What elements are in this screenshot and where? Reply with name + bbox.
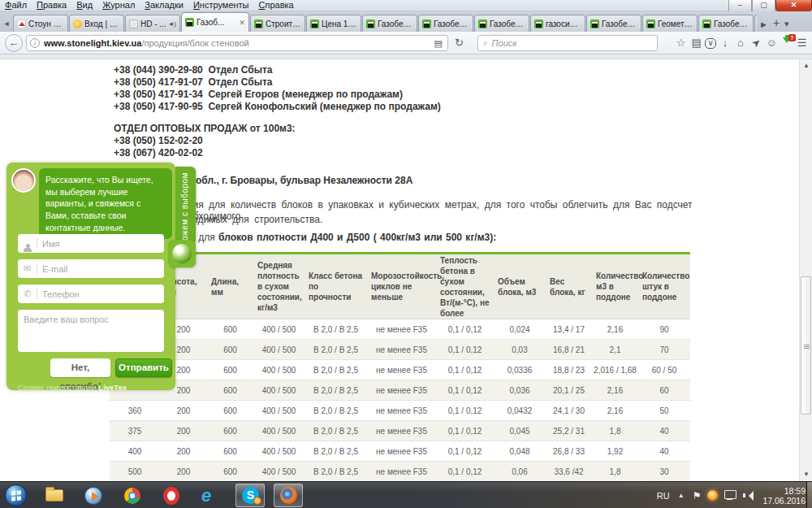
volume-icon[interactable] xyxy=(743,490,754,501)
browser-tab-6[interactable]: Газобето... xyxy=(362,15,417,32)
reader-mode-icon[interactable]: ▤ xyxy=(434,38,443,49)
tab-scroll-left-icon[interactable]: ◄ xyxy=(0,15,13,32)
taskbar-chrome-icon[interactable] xyxy=(123,486,142,506)
table-cell: 40 xyxy=(638,441,690,461)
page-scrollbar[interactable]: ▲ ▼ xyxy=(799,59,812,481)
minimize-button[interactable]: – xyxy=(728,0,752,12)
table-cell: 400 / 500 xyxy=(253,421,304,441)
browser-tab-0[interactable]: Стоун Ла... xyxy=(13,15,68,32)
browser-tab-10[interactable]: Газобето... xyxy=(586,15,641,32)
question-textarea[interactable]: Введите ваш вопрос xyxy=(18,310,164,352)
block-favicon-icon xyxy=(185,18,194,27)
browser-tab-4[interactable]: Строите... xyxy=(250,15,305,32)
tab-strip: Стоун Ла...Вход | АС...HD - ...◄)Газоб..… xyxy=(13,11,757,32)
downloads-icon[interactable]: ↓ xyxy=(718,34,732,52)
list-tabs-button[interactable]: ▾ xyxy=(784,19,789,29)
update-download-icon[interactable]: ? xyxy=(780,37,793,50)
taskbar-explorer-icon[interactable] xyxy=(45,486,64,506)
reload-button[interactable]: ↻ xyxy=(455,37,464,50)
menu-журнал[interactable]: Журнал xyxy=(102,0,135,10)
language-indicator[interactable]: RU xyxy=(657,491,670,501)
bookmarks-menu-icon[interactable]: ▤ xyxy=(689,34,703,52)
table-cell: 2,16 xyxy=(592,401,638,420)
search-icon: ⌕ xyxy=(483,38,488,48)
scroll-down-arrow[interactable]: ▼ xyxy=(800,468,812,481)
tab-title: HD - ... xyxy=(140,20,166,28)
phone-field[interactable]: ✆ Телефон xyxy=(18,284,164,303)
chat-smiley-icon[interactable]: ☺ xyxy=(765,34,779,52)
decline-button[interactable]: Нет, спасибо! xyxy=(50,358,110,377)
browser-tab-9[interactable]: газосили... xyxy=(530,15,585,32)
scroll-up-arrow[interactable]: ▲ xyxy=(800,59,812,72)
email-field[interactable]: ✉ E-mail xyxy=(18,259,164,278)
column-header-2: Длина, мм xyxy=(207,254,253,319)
send-button[interactable]: Отправить xyxy=(115,358,172,377)
blocks-spec-table: Высота, ммДлина, ммСредняя плотность в с… xyxy=(110,252,690,481)
browser-tab-8[interactable]: Газобето... xyxy=(474,15,529,32)
taskbar-opera-icon[interactable] xyxy=(162,486,181,506)
navigation-toolbar: ← i www.stonelight.kiev.ua/продукция/бло… xyxy=(0,32,812,54)
address-line: кая обл., г. Бровары, бульвар Незалежнос… xyxy=(177,175,412,186)
table-cell: 30 xyxy=(638,462,690,481)
livetex-ball-icon[interactable] xyxy=(168,240,196,267)
action-center-flag-icon[interactable]: ⚑ xyxy=(693,490,702,501)
menu-правка[interactable]: Правка xyxy=(37,0,67,10)
table-row-7: 500200600400 / 500В 2,0 / В 2,5не менее … xyxy=(110,462,690,481)
chat-side-tab[interactable]: Поможем с выбором xyxy=(175,167,196,245)
bookmark-star-icon[interactable]: ☆ xyxy=(674,34,688,52)
browser-tab-11[interactable]: Геометр... xyxy=(642,15,698,32)
browser-tab-7[interactable]: Газобето... xyxy=(418,15,473,32)
tray-expand-icon[interactable]: ▲ xyxy=(678,492,685,499)
table-cell: В 2,0 / В 2,5 xyxy=(304,441,367,461)
table-cell: 600 xyxy=(207,380,253,400)
close-button[interactable]: ✕ xyxy=(775,0,812,12)
clock[interactable]: 18:59 17.06.2016 xyxy=(762,486,806,506)
tray-app-icon[interactable] xyxy=(707,490,718,501)
block-favicon-icon xyxy=(646,20,655,28)
skype-notification-badge xyxy=(253,497,261,505)
search-bar[interactable]: ⌕ Поиск xyxy=(477,35,658,51)
browser-tab-12[interactable]: Газобето... xyxy=(698,15,754,32)
menu-вид[interactable]: Вид xyxy=(76,0,93,10)
site-info-icon[interactable]: i xyxy=(30,38,40,48)
table-row-2: 200600400 / 500В 2,0 / В 2,5не менее F35… xyxy=(110,360,690,380)
menu-инструменты[interactable]: Инструменты xyxy=(193,0,249,10)
tab-audio-icon[interactable]: ◄) xyxy=(167,20,176,28)
table-cell: 400 / 500 xyxy=(253,319,304,339)
back-button[interactable]: ← xyxy=(5,34,23,52)
start-button[interactable] xyxy=(5,484,27,506)
network-icon[interactable] xyxy=(724,490,736,501)
hamburger-menu-icon[interactable]: ☰ xyxy=(795,34,809,52)
home-icon[interactable]: ⌂ xyxy=(734,34,748,52)
menu-справка[interactable]: Справка xyxy=(259,0,294,10)
table-cell: 1,8 xyxy=(592,421,638,441)
table-cell: 0,0336 xyxy=(494,360,546,380)
browser-tab-3[interactable]: Газоб...✕ xyxy=(181,12,249,32)
pocket-icon[interactable]: ∨ xyxy=(705,38,716,49)
windows-flag-icon xyxy=(11,490,21,501)
taskbar-skype-button[interactable]: S xyxy=(235,484,265,507)
menu-закладки[interactable]: Закладки xyxy=(145,0,184,10)
browser-tab-1[interactable]: Вход | АС... xyxy=(69,15,124,32)
taskbar-ie-icon[interactable]: e xyxy=(201,486,220,506)
browser-tab-13[interactable]: MГ xyxy=(754,15,757,32)
name-field[interactable]: Имя xyxy=(18,234,164,253)
address-bar[interactable]: i www.stonelight.kiev.ua/продукция/блок … xyxy=(26,35,448,51)
contact-phones-block: +38 (044) 390-29-80 Отдел Сбыта+38 (050)… xyxy=(114,64,441,159)
show-desktop-button[interactable] xyxy=(806,482,812,508)
browser-tab-2[interactable]: HD - ...◄) xyxy=(125,15,180,32)
taskbar-firefox-button[interactable] xyxy=(274,484,303,507)
table-cell: 0,045 xyxy=(494,421,546,441)
tab-close-icon[interactable]: ✕ xyxy=(239,19,245,27)
wholesale-phone-1: +38 (067) 420-02-02 xyxy=(114,147,441,159)
table-cell: В 2,0 / В 2,5 xyxy=(304,401,367,420)
desktop-screen: ФайлПравкаВидЖурналЗакладкиИнструментыСп… xyxy=(0,0,812,508)
tab-scroll-right-icon[interactable]: ► xyxy=(759,20,768,29)
menu-файл[interactable]: Файл xyxy=(5,0,27,10)
scrollbar-thumb[interactable] xyxy=(801,276,811,415)
new-tab-button[interactable]: + xyxy=(773,16,780,29)
send-tab-icon[interactable]: ➤ xyxy=(745,32,767,54)
browser-tab-5[interactable]: Цена 1м... xyxy=(306,15,361,32)
taskbar-media-player-icon[interactable] xyxy=(84,486,103,506)
maximize-button[interactable]: ▢ xyxy=(752,0,775,12)
